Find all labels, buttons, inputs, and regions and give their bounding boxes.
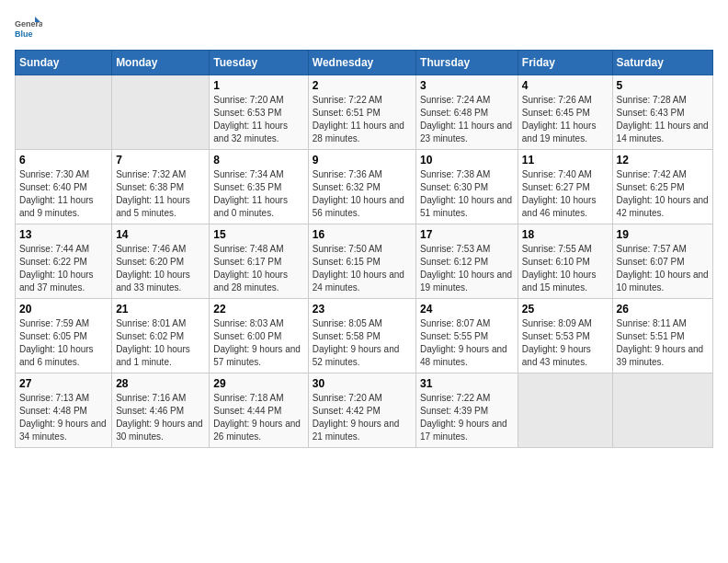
day-cell-16: 15Sunrise: 7:48 AMSunset: 6:17 PMDayligh… [210,224,308,299]
day-info: Sunrise: 7:24 AMSunset: 6:48 PMDaylight:… [420,94,514,145]
day-number: 19 [617,228,709,241]
day-cell-18: 17Sunrise: 7:53 AMSunset: 6:12 PMDayligh… [416,224,518,299]
day-cell-5: 4Sunrise: 7:26 AMSunset: 6:45 PMDaylight… [518,75,612,150]
day-info: Sunrise: 7:20 AMSunset: 4:42 PMDaylight:… [313,392,412,443]
day-info: Sunrise: 7:44 AMSunset: 6:22 PMDaylight:… [19,243,108,294]
day-number: 27 [19,377,108,390]
day-number: 6 [19,154,108,167]
day-info: Sunrise: 7:46 AMSunset: 6:20 PMDaylight:… [116,243,205,294]
week-row-2: 6Sunrise: 7:30 AMSunset: 6:40 PMDaylight… [16,150,713,224]
day-cell-30: 29Sunrise: 7:18 AMSunset: 4:44 PMDayligh… [210,373,308,448]
page-container: General Blue SundayMondayTuesdayWednesda… [15,15,713,448]
day-number: 18 [522,228,609,241]
day-info: Sunrise: 7:48 AMSunset: 6:17 PMDaylight:… [213,243,303,294]
day-number: 23 [313,303,412,316]
day-info: Sunrise: 8:03 AMSunset: 6:00 PMDaylight:… [213,317,303,369]
day-info: Sunrise: 7:22 AMSunset: 6:51 PMDaylight:… [313,94,412,145]
day-cell-23: 22Sunrise: 8:03 AMSunset: 6:00 PMDayligh… [210,299,308,373]
day-number: 21 [116,303,205,316]
day-info: Sunrise: 8:11 AMSunset: 5:51 PMDaylight:… [617,317,709,369]
day-cell-0 [16,75,112,150]
day-number: 9 [313,154,412,167]
day-info: Sunrise: 7:30 AMSunset: 6:40 PMDaylight:… [19,168,108,220]
day-number: 7 [116,154,205,167]
day-number: 28 [116,377,205,390]
day-number: 31 [420,377,514,390]
day-info: Sunrise: 8:05 AMSunset: 5:58 PMDaylight:… [313,317,412,369]
day-number: 26 [617,303,709,316]
day-cell-9: 8Sunrise: 7:34 AMSunset: 6:35 PMDaylight… [210,150,308,224]
day-number: 10 [420,154,514,167]
day-cell-22: 21Sunrise: 8:01 AMSunset: 6:02 PMDayligh… [112,299,210,373]
day-info: Sunrise: 7:28 AMSunset: 6:43 PMDaylight:… [617,94,709,145]
day-cell-14: 13Sunrise: 7:44 AMSunset: 6:22 PMDayligh… [16,224,112,299]
day-cell-17: 16Sunrise: 7:50 AMSunset: 6:15 PMDayligh… [308,224,415,299]
day-info: Sunrise: 7:55 AMSunset: 6:10 PMDaylight:… [522,243,609,294]
svg-text:Blue: Blue [15,29,33,39]
day-cell-15: 14Sunrise: 7:46 AMSunset: 6:20 PMDayligh… [112,224,210,299]
day-number: 24 [420,303,514,316]
day-cell-2: 1Sunrise: 7:20 AMSunset: 6:53 PMDaylight… [210,75,308,150]
day-cell-33 [518,373,612,448]
calendar-table: SundayMondayTuesdayWednesdayThursdayFrid… [15,50,713,448]
day-info: Sunrise: 7:26 AMSunset: 6:45 PMDaylight:… [522,94,609,145]
day-cell-11: 10Sunrise: 7:38 AMSunset: 6:30 PMDayligh… [416,150,518,224]
day-number: 11 [522,154,609,167]
day-number: 13 [19,228,108,241]
day-header-saturday: Saturday [612,51,712,75]
day-number: 2 [313,79,412,92]
day-cell-10: 9Sunrise: 7:36 AMSunset: 6:32 PMDaylight… [308,150,415,224]
day-header-tuesday: Tuesday [210,51,308,75]
day-info: Sunrise: 7:34 AMSunset: 6:35 PMDaylight:… [213,168,303,220]
day-cell-6: 5Sunrise: 7:28 AMSunset: 6:43 PMDaylight… [612,75,712,150]
day-number: 22 [213,303,303,316]
day-info: Sunrise: 7:32 AMSunset: 6:38 PMDaylight:… [116,168,205,220]
day-info: Sunrise: 7:20 AMSunset: 6:53 PMDaylight:… [213,94,303,145]
day-cell-34 [612,373,712,448]
day-header-monday: Monday [112,51,210,75]
day-info: Sunrise: 7:38 AMSunset: 6:30 PMDaylight:… [420,168,514,220]
day-info: Sunrise: 8:07 AMSunset: 5:55 PMDaylight:… [420,317,514,369]
day-info: Sunrise: 7:53 AMSunset: 6:12 PMDaylight:… [420,243,514,294]
header-row: SundayMondayTuesdayWednesdayThursdayFrid… [16,51,713,75]
day-cell-27: 26Sunrise: 8:11 AMSunset: 5:51 PMDayligh… [612,299,712,373]
day-info: Sunrise: 7:42 AMSunset: 6:25 PMDaylight:… [617,168,709,220]
day-header-sunday: Sunday [16,51,112,75]
day-number: 29 [213,377,303,390]
week-row-5: 27Sunrise: 7:13 AMSunset: 4:48 PMDayligh… [16,373,713,448]
day-info: Sunrise: 7:13 AMSunset: 4:48 PMDaylight:… [19,392,108,443]
day-info: Sunrise: 7:57 AMSunset: 6:07 PMDaylight:… [617,243,709,294]
day-number: 12 [617,154,709,167]
logo-svg: General Blue [15,15,42,42]
day-number: 5 [617,79,709,92]
day-info: Sunrise: 8:09 AMSunset: 5:53 PMDaylight:… [522,317,609,369]
day-number: 1 [213,79,303,92]
day-cell-4: 3Sunrise: 7:24 AMSunset: 6:48 PMDaylight… [416,75,518,150]
day-info: Sunrise: 7:22 AMSunset: 4:39 PMDaylight:… [420,392,514,443]
day-cell-19: 18Sunrise: 7:55 AMSunset: 6:10 PMDayligh… [518,224,612,299]
day-cell-20: 19Sunrise: 7:57 AMSunset: 6:07 PMDayligh… [612,224,712,299]
logo: General Blue [15,15,42,42]
day-cell-8: 7Sunrise: 7:32 AMSunset: 6:38 PMDaylight… [112,150,210,224]
day-cell-7: 6Sunrise: 7:30 AMSunset: 6:40 PMDaylight… [16,150,112,224]
day-info: Sunrise: 7:59 AMSunset: 6:05 PMDaylight:… [19,317,108,369]
week-row-4: 20Sunrise: 7:59 AMSunset: 6:05 PMDayligh… [16,299,713,373]
day-info: Sunrise: 7:40 AMSunset: 6:27 PMDaylight:… [522,168,609,220]
header: General Blue [15,15,713,42]
day-cell-3: 2Sunrise: 7:22 AMSunset: 6:51 PMDaylight… [308,75,415,150]
day-cell-21: 20Sunrise: 7:59 AMSunset: 6:05 PMDayligh… [16,299,112,373]
day-header-wednesday: Wednesday [308,51,415,75]
day-cell-29: 28Sunrise: 7:16 AMSunset: 4:46 PMDayligh… [112,373,210,448]
day-number: 25 [522,303,609,316]
day-header-friday: Friday [518,51,612,75]
day-cell-32: 31Sunrise: 7:22 AMSunset: 4:39 PMDayligh… [416,373,518,448]
week-row-3: 13Sunrise: 7:44 AMSunset: 6:22 PMDayligh… [16,224,713,299]
day-info: Sunrise: 7:16 AMSunset: 4:46 PMDaylight:… [116,392,205,443]
day-cell-26: 25Sunrise: 8:09 AMSunset: 5:53 PMDayligh… [518,299,612,373]
day-number: 20 [19,303,108,316]
day-info: Sunrise: 7:18 AMSunset: 4:44 PMDaylight:… [213,392,303,443]
day-number: 16 [313,228,412,241]
day-cell-25: 24Sunrise: 8:07 AMSunset: 5:55 PMDayligh… [416,299,518,373]
day-number: 8 [213,154,303,167]
day-number: 14 [116,228,205,241]
